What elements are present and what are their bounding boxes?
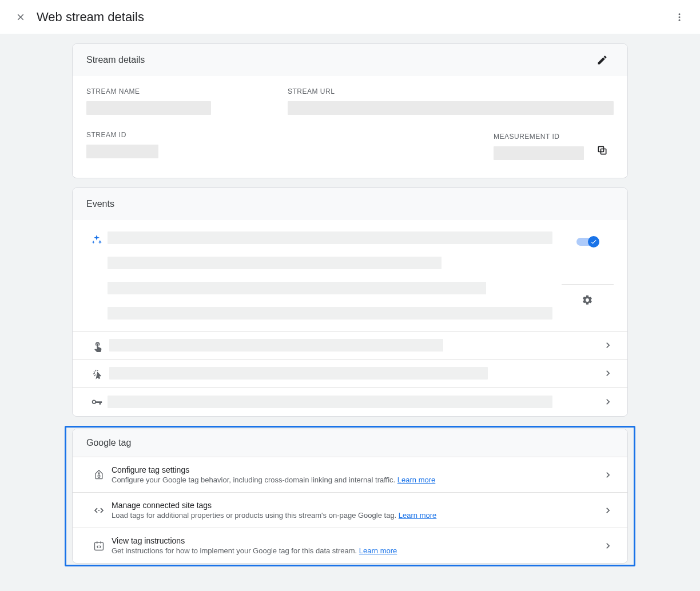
chevron-right-icon: [602, 396, 614, 408]
skeleton-line: [108, 231, 552, 244]
stream-id-value-placeholder: [86, 145, 158, 158]
pencil-icon: [596, 54, 608, 66]
row-subtitle: Configure your Google tag behavior, incl…: [112, 476, 602, 484]
row-title: Manage connected site tags: [112, 501, 602, 510]
chevron-right-icon: [602, 368, 614, 379]
stream-url-label: STREAM URL: [288, 87, 614, 95]
events-card: Events: [72, 187, 628, 417]
content-area: Stream details STREAM NAME STREAM URL ST…: [0, 34, 700, 576]
measurement-id-value-placeholder: [494, 146, 584, 160]
close-icon: [15, 12, 26, 22]
key-icon: [90, 397, 103, 409]
svg-point-0: [679, 13, 681, 15]
events-body: [73, 220, 627, 416]
card-title: Events: [86, 199, 114, 209]
stream-id-label: STREAM ID: [86, 131, 158, 139]
gear-icon: [582, 294, 593, 306]
row-title: View tag instructions: [112, 536, 602, 545]
enhanced-measurement-toggle[interactable]: [576, 236, 598, 247]
skeleton-line: [108, 257, 442, 269]
google-tag-row-configure[interactable]: Configure tag settings Configure your Go…: [73, 457, 627, 492]
stream-name-label: STREAM NAME: [86, 87, 269, 95]
stream-details-body: STREAM NAME STREAM URL STREAM ID MEASURE…: [73, 76, 627, 178]
sparkle-icon: [91, 234, 102, 245]
skeleton-line: [109, 339, 443, 352]
row-subtitle: Get instructions for how to implement yo…: [112, 546, 602, 555]
tag-icon: [93, 469, 105, 481]
skeleton-line: [108, 396, 552, 408]
edit-stream-button[interactable]: [591, 49, 614, 71]
svg-point-2: [679, 19, 681, 21]
google-tag-header: Google tag: [73, 429, 627, 457]
svg-rect-7: [95, 542, 104, 550]
enhanced-measurement-row: [73, 220, 627, 331]
more-vert-icon: [674, 12, 685, 22]
connected-tags-icon: [93, 504, 105, 517]
google-tag-row-instructions[interactable]: View tag instructions Get instructions f…: [73, 528, 627, 563]
chevron-right-icon: [602, 469, 614, 481]
events-header: Events: [73, 188, 627, 220]
row-subtitle: Load tags for additional properties or p…: [112, 511, 602, 520]
learn-more-link[interactable]: Learn more: [399, 511, 436, 520]
chevron-right-icon: [602, 540, 614, 552]
stream-id-field: STREAM ID: [86, 131, 158, 158]
learn-more-link[interactable]: Learn more: [359, 546, 397, 555]
learn-more-link[interactable]: Learn more: [397, 476, 435, 484]
chevron-right-icon: [602, 340, 614, 351]
card-title: Google tag: [86, 438, 131, 448]
events-row-key[interactable]: [73, 387, 627, 416]
copy-icon: [596, 145, 608, 156]
svg-rect-5: [98, 475, 100, 477]
close-button[interactable]: [9, 6, 32, 29]
events-row-touch[interactable]: [73, 331, 627, 359]
page-title: Web stream details: [37, 10, 668, 25]
skeleton-line: [108, 282, 486, 294]
enhanced-measurement-settings-button[interactable]: [576, 289, 599, 312]
chevron-right-icon: [602, 505, 614, 516]
more-menu-button[interactable]: [668, 6, 691, 29]
check-icon: [590, 238, 597, 245]
code-instructions-icon: [93, 540, 105, 552]
svg-point-6: [98, 472, 100, 473]
stream-url-value-placeholder: [288, 101, 614, 115]
stream-url-field: STREAM URL: [288, 87, 614, 115]
google-tag-card: Google tag Configure tag settings Config…: [72, 429, 628, 564]
measurement-id-label: MEASUREMENT ID: [494, 133, 584, 141]
stream-name-field: STREAM NAME: [86, 87, 269, 115]
stream-details-card: Stream details STREAM NAME STREAM URL ST…: [72, 43, 628, 178]
google-tag-row-connected[interactable]: Manage connected site tags Load tags for…: [73, 492, 627, 528]
copy-measurement-id-button[interactable]: [591, 139, 614, 162]
card-title: Stream details: [86, 55, 145, 65]
stream-name-value-placeholder: [86, 101, 211, 115]
skeleton-line: [108, 307, 552, 320]
stream-details-header: Stream details: [73, 44, 627, 76]
svg-point-1: [679, 16, 681, 18]
top-bar: Web stream details: [0, 0, 700, 34]
skeleton-line: [109, 367, 488, 380]
touch-icon: [92, 341, 104, 352]
measurement-id-field: MEASUREMENT ID: [494, 131, 614, 162]
cursor-click-icon: [92, 369, 104, 380]
google-tag-highlight: Google tag Configure tag settings Config…: [65, 426, 635, 566]
events-row-click[interactable]: [73, 359, 627, 387]
row-title: Configure tag settings: [112, 465, 602, 474]
